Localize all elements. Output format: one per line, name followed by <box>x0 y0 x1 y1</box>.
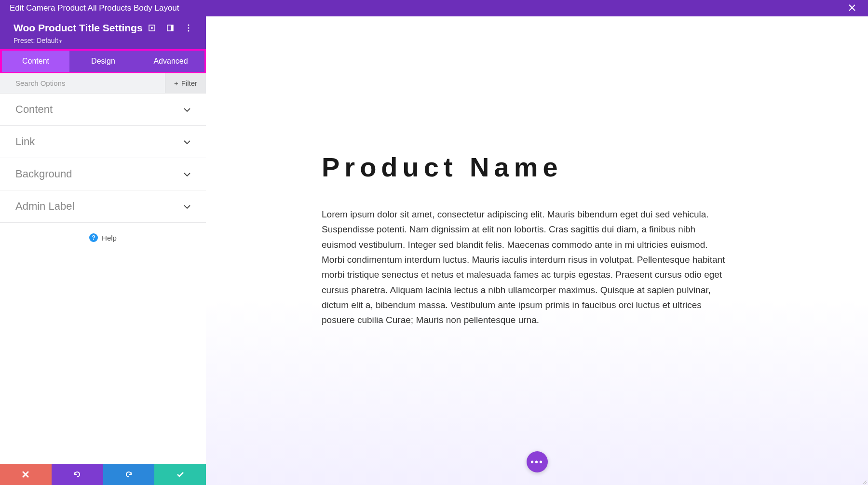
settings-title: Woo Product Title Settings <box>14 22 143 34</box>
accordion-label: Link <box>15 135 35 148</box>
tab-design[interactable]: Design <box>69 51 137 72</box>
chevron-down-icon <box>184 137 190 146</box>
page-title: Edit Camera Product All Products Body La… <box>10 3 179 13</box>
accordion-link[interactable]: Link <box>0 126 206 158</box>
product-description: Lorem ipsum dolor sit amet, consectetur … <box>322 207 732 328</box>
sidebar-header: Woo Product Title Settings Preset: Defau… <box>0 16 206 49</box>
search-input[interactable] <box>0 73 165 93</box>
svg-rect-3 <box>171 25 173 31</box>
filter-button[interactable]: + Filter <box>165 73 206 93</box>
search-row: + Filter <box>0 73 206 94</box>
accordion-label: Content <box>15 103 53 116</box>
preview-pane: Product Name Lorem ipsum dolor sit amet,… <box>206 16 868 485</box>
fab-more[interactable]: ••• <box>527 451 548 472</box>
resize-handle[interactable] <box>860 477 867 484</box>
preset-selector[interactable]: Preset: Default <box>14 37 192 44</box>
main-container: Woo Product Title Settings Preset: Defau… <box>0 16 868 485</box>
more-icon[interactable] <box>185 24 192 32</box>
tab-content[interactable]: Content <box>2 51 69 72</box>
dots-icon: ••• <box>530 457 543 468</box>
dock-icon[interactable] <box>166 24 174 32</box>
svg-point-1 <box>151 27 153 29</box>
accordion-label: Background <box>15 168 72 180</box>
svg-point-5 <box>188 27 190 29</box>
save-button[interactable] <box>154 464 206 485</box>
expand-icon[interactable] <box>148 24 156 32</box>
help-icon: ? <box>89 233 98 242</box>
top-bar: Edit Camera Product All Products Body La… <box>0 0 868 16</box>
redo-button[interactable] <box>103 464 155 485</box>
settings-tabs: Content Design Advanced <box>0 49 206 73</box>
help-link[interactable]: ? Help <box>0 223 206 253</box>
chevron-down-icon <box>184 202 190 211</box>
tab-advanced[interactable]: Advanced <box>137 51 204 72</box>
product-title: Product Name <box>322 151 800 183</box>
accordion-background[interactable]: Background <box>0 158 206 190</box>
chevron-down-icon <box>184 105 190 114</box>
filter-label: Filter <box>181 79 197 87</box>
close-icon[interactable] <box>846 3 858 14</box>
redo-icon <box>124 470 133 479</box>
undo-button[interactable] <box>52 464 103 485</box>
chevron-down-icon <box>184 170 190 178</box>
accordion-content[interactable]: Content <box>0 94 206 126</box>
plus-icon: + <box>174 79 178 87</box>
svg-point-6 <box>188 30 190 32</box>
accordion-label: Admin Label <box>15 200 74 213</box>
svg-point-4 <box>188 25 190 26</box>
settings-sidebar: Woo Product Title Settings Preset: Defau… <box>0 16 206 485</box>
check-icon <box>176 472 184 477</box>
undo-icon <box>73 470 81 479</box>
close-icon <box>22 471 29 478</box>
help-label: Help <box>102 234 117 242</box>
accordion-admin-label[interactable]: Admin Label <box>0 190 206 223</box>
cancel-button[interactable] <box>0 464 52 485</box>
action-bar <box>0 464 206 485</box>
